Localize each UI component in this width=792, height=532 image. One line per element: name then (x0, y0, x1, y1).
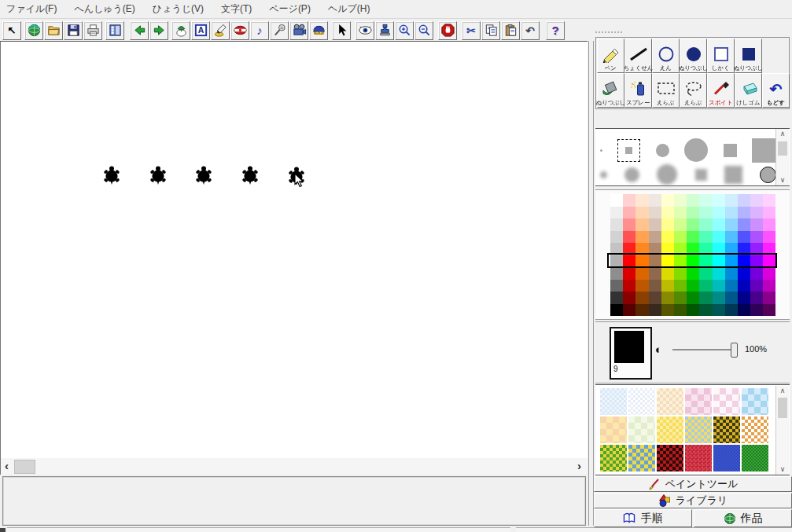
palette-cell[interactable] (610, 194, 623, 207)
palette-cell[interactable] (610, 218, 623, 231)
palette-cell[interactable] (713, 231, 725, 244)
texture-scrollbar[interactable]: ∧ ∨ (775, 386, 789, 475)
palette-cell[interactable] (687, 304, 699, 317)
copy-button[interactable] (481, 21, 500, 40)
brush-circle-30[interactable] (684, 138, 708, 162)
brush-circle-9[interactable] (600, 171, 607, 178)
palette-cell[interactable] (725, 267, 738, 280)
library-tab[interactable]: ライブラリ (594, 493, 792, 508)
brush-circle-3[interactable] (600, 149, 602, 152)
palette-cell[interactable] (661, 255, 674, 268)
palette-cell[interactable] (725, 207, 738, 219)
palette-cell[interactable] (738, 207, 750, 219)
palette-cell[interactable] (649, 255, 661, 268)
menu-item[interactable]: へんしゅう(E) (74, 2, 134, 16)
palette-cell[interactable] (738, 243, 750, 255)
tool-select-rect[interactable]: えらぶ (652, 73, 680, 108)
palette-cell[interactable] (674, 280, 687, 292)
palette-cell[interactable] (649, 292, 661, 304)
palette-cell[interactable] (713, 304, 725, 317)
palette-cell[interactable] (725, 231, 738, 244)
palette-cell[interactable] (623, 207, 635, 219)
palette-cell[interactable] (610, 255, 623, 268)
paste-button[interactable] (501, 21, 520, 40)
exit-button[interactable]: ↖ (2, 21, 21, 40)
palette-cell[interactable] (699, 304, 712, 317)
brush-scroll-thumb[interactable] (778, 141, 787, 156)
texture-mustard-black-plaid[interactable] (713, 416, 740, 443)
stamp-tool-button[interactable] (375, 21, 394, 40)
palette-cell[interactable] (661, 218, 674, 231)
palette-cell[interactable] (635, 218, 648, 231)
palette-cell[interactable] (649, 194, 661, 207)
palette-cell[interactable] (738, 267, 750, 280)
scroll-up-icon[interactable]: ∧ (776, 386, 789, 396)
palette-cell[interactable] (725, 292, 738, 304)
brush-square-15[interactable] (695, 169, 707, 181)
tool-circle-outline[interactable]: えん (652, 39, 680, 73)
texture-diamond-yellow-blue[interactable] (628, 445, 655, 471)
palette-cell[interactable] (699, 194, 712, 207)
opacity-slider-handle[interactable] (731, 343, 738, 358)
palette-cell[interactable] (713, 292, 725, 304)
palette-cell[interactable] (610, 267, 623, 280)
palette-cell[interactable] (649, 304, 661, 317)
zoom-out-button[interactable] (414, 21, 433, 40)
texture-mint-check[interactable] (628, 416, 655, 443)
tool-spray[interactable]: スプレー (624, 73, 652, 108)
palette-cell[interactable] (713, 194, 725, 207)
scroll-down-icon[interactable]: ∨ (776, 175, 789, 185)
palette-cell[interactable] (687, 267, 699, 280)
texture-cream-check[interactable] (600, 416, 627, 443)
works-tab[interactable]: 作品 (694, 509, 792, 527)
texture-royal-blue[interactable] (713, 445, 740, 471)
palette-cell[interactable] (674, 243, 687, 255)
palette-cell[interactable] (699, 231, 712, 244)
menu-item[interactable]: ヘルプ(H) (328, 2, 370, 16)
palette-cell[interactable] (610, 280, 623, 292)
tool-pen[interactable]: ペン (597, 39, 624, 73)
palette-cell[interactable] (661, 243, 674, 255)
palette-cell[interactable] (610, 243, 623, 255)
texture-snow-speckle[interactable] (628, 388, 655, 415)
menu-item[interactable]: 文字(T) (221, 2, 252, 16)
palette-cell[interactable] (750, 218, 763, 231)
texture-rose-check[interactable] (685, 388, 712, 415)
palette-cell[interactable] (649, 280, 661, 292)
palette-cell[interactable] (661, 292, 674, 304)
forward-button[interactable] (149, 21, 168, 40)
help-button[interactable]: ? (546, 21, 565, 40)
texture-grass[interactable] (742, 445, 768, 471)
palette-cell[interactable] (725, 304, 738, 317)
palette-cell[interactable] (750, 280, 763, 292)
palette-cell[interactable] (725, 218, 738, 231)
palette-cell[interactable] (623, 304, 635, 317)
palette-cell[interactable] (661, 304, 674, 317)
tool-square-filled[interactable]: ぬりつぶし (735, 39, 762, 73)
palette-cell[interactable] (610, 207, 623, 219)
palette-cell[interactable] (623, 194, 635, 207)
menu-item[interactable]: ファイル(F) (6, 2, 57, 16)
palette-cell[interactable] (713, 218, 725, 231)
tool-eyedropper[interactable]: スポイト (707, 73, 735, 108)
brush-scrollbar[interactable]: ∧ ∨ (775, 129, 789, 185)
record-button[interactable] (270, 21, 289, 40)
palette-cell[interactable] (750, 292, 763, 304)
palette-cell[interactable] (763, 280, 775, 292)
palette-cell[interactable] (635, 243, 648, 255)
palette-cell[interactable] (713, 267, 725, 280)
palette-cell[interactable] (738, 304, 750, 317)
palette-cell[interactable] (763, 231, 775, 244)
texture-yellow-plaid[interactable] (657, 416, 683, 443)
touch-pen-button[interactable] (211, 21, 230, 40)
palette-cell[interactable] (661, 207, 674, 219)
palette-cell[interactable] (699, 243, 712, 255)
hscroll-thumb[interactable] (14, 460, 35, 474)
palette-cell[interactable] (699, 292, 712, 304)
palette-cell[interactable] (687, 218, 699, 231)
palette-cell[interactable] (674, 218, 687, 231)
steps-tab[interactable]: 手順 (594, 509, 692, 527)
palette-cell[interactable] (649, 207, 661, 219)
palette-cell[interactable] (687, 292, 699, 304)
palette-cell[interactable] (750, 231, 763, 244)
